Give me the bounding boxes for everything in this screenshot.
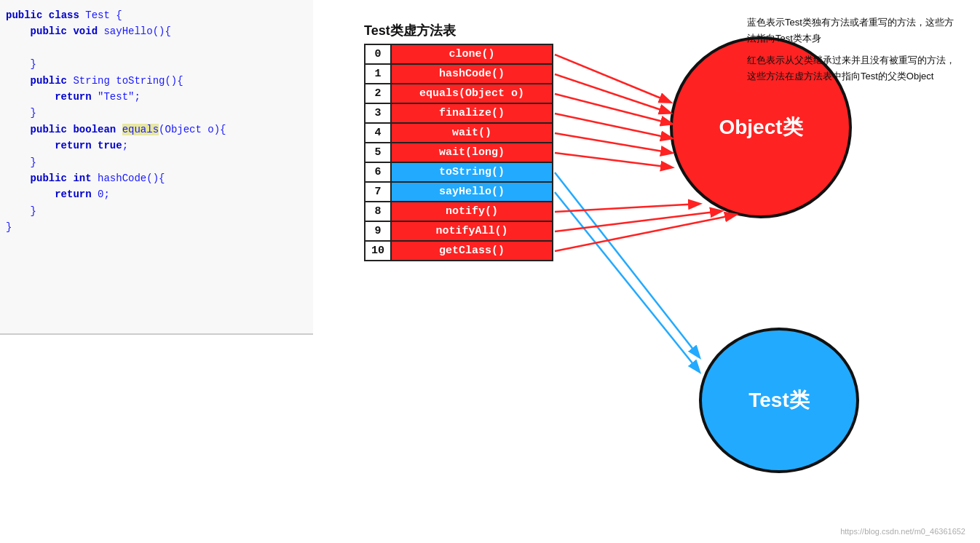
code-line-2: public void sayHello(){ — [6, 23, 307, 39]
vtable: 0 clone() 1 hashCode() 2 equals(Object o… — [364, 44, 553, 261]
row-method-10: getClass() — [391, 241, 553, 261]
row-idx-1: 1 — [365, 64, 391, 84]
row-method-0: clone() — [391, 44, 553, 64]
table-row: 7 sayHello() — [365, 182, 553, 202]
red-description: 红色表示从父类继承过来并且没有被重写的方法，这些方法在虚方法表中指向Test的父… — [747, 52, 958, 84]
code-line-4: } — [6, 56, 307, 72]
row-idx-8: 8 — [365, 202, 391, 221]
code-line-13: } — [6, 203, 307, 219]
code-line-1: public class Test { — [6, 7, 307, 23]
row-idx-2: 2 — [365, 84, 391, 103]
code-line-12: return 0; — [6, 186, 307, 202]
description-panel: 蓝色表示Test类独有方法或者重写的方法，这些方法指向Test类本身 红色表示从… — [747, 15, 958, 84]
table-row: 5 wait(long) — [365, 143, 553, 162]
row-method-9: notifyAll() — [391, 221, 553, 241]
row-idx-10: 10 — [365, 241, 391, 261]
table-row: 4 wait() — [365, 123, 553, 143]
watermark: https://blog.csdn.net/m0_46361652 — [840, 527, 965, 536]
svg-line-2 — [555, 94, 671, 124]
code-line-10: } — [6, 154, 307, 170]
row-method-8: notify() — [391, 202, 553, 221]
table-row: 2 equals(Object o) — [365, 84, 553, 103]
code-line-7: } — [6, 105, 307, 121]
row-idx-5: 5 — [365, 143, 391, 162]
test-circle-label: Test类 — [748, 387, 810, 414]
row-idx-3: 3 — [365, 103, 391, 123]
row-idx-9: 9 — [365, 221, 391, 241]
svg-line-4 — [555, 133, 671, 153]
table-row: 0 clone() — [365, 44, 553, 64]
vtable-title: Test类虚方法表 — [364, 22, 553, 39]
svg-line-8 — [555, 204, 699, 212]
svg-line-3 — [555, 114, 671, 138]
code-line-8: public boolean equals(Object o){ — [6, 122, 307, 138]
row-method-7: sayHello() — [391, 182, 553, 202]
table-row: 10 getClass() — [365, 241, 553, 261]
svg-line-7 — [555, 192, 699, 371]
row-method-5: wait(long) — [391, 143, 553, 162]
svg-line-6 — [555, 173, 699, 357]
svg-line-5 — [555, 153, 671, 167]
table-row: 1 hashCode() — [365, 64, 553, 84]
code-line-9: return true; — [6, 138, 307, 154]
row-method-2: equals(Object o) — [391, 84, 553, 103]
blue-description: 蓝色表示Test类独有方法或者重写的方法，这些方法指向Test类本身 — [747, 15, 958, 47]
svg-line-10 — [555, 215, 735, 251]
object-circle-label: Object类 — [719, 114, 802, 141]
row-method-6: toString() — [391, 162, 553, 182]
table-row: 9 notifyAll() — [365, 221, 553, 241]
svg-line-9 — [555, 211, 721, 231]
table-row: 3 finalize() — [365, 103, 553, 123]
row-method-3: finalize() — [391, 103, 553, 123]
code-line-3 — [6, 40, 307, 56]
row-idx-0: 0 — [365, 44, 391, 64]
code-line-14: } — [6, 219, 307, 235]
row-method-4: wait() — [391, 123, 553, 143]
table-row: 8 notify() — [365, 202, 553, 221]
code-line-6: return "Test"; — [6, 89, 307, 105]
svg-line-0 — [555, 55, 670, 102]
svg-line-1 — [555, 74, 670, 113]
vtable-section: Test类虚方法表 0 clone() 1 hashCode() 2 equal… — [364, 22, 553, 261]
row-idx-4: 4 — [365, 123, 391, 143]
code-line-11: public int hashCode(){ — [6, 170, 307, 186]
row-method-1: hashCode() — [391, 64, 553, 84]
row-idx-6: 6 — [365, 162, 391, 182]
table-row: 6 toString() — [365, 162, 553, 182]
code-panel: public class Test { public void sayHello… — [0, 0, 313, 335]
test-circle: Test类 — [699, 328, 859, 473]
code-line-5: public String toString(){ — [6, 73, 307, 89]
row-idx-7: 7 — [365, 182, 391, 202]
